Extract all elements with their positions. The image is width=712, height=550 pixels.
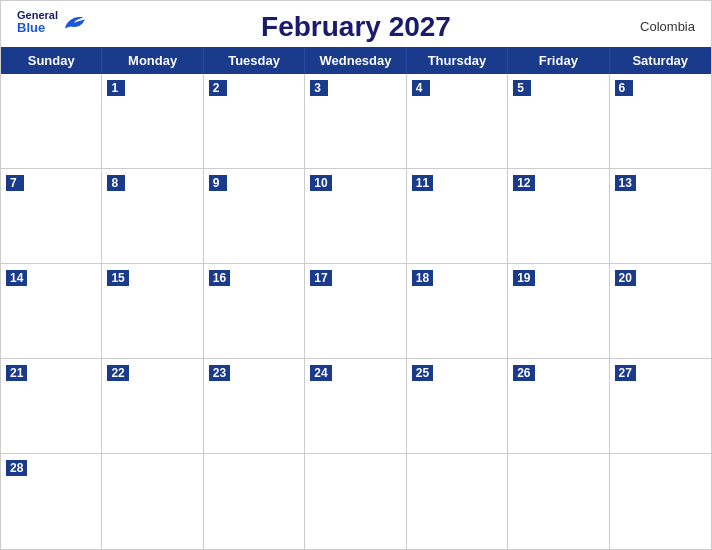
calendar-cell: 24 bbox=[305, 359, 406, 454]
calendar-cell: 16 bbox=[204, 264, 305, 359]
day-header-sunday: Sunday bbox=[1, 47, 102, 74]
calendar-cell bbox=[407, 454, 508, 549]
calendar-cell: 14 bbox=[1, 264, 102, 359]
calendar-cell: 3 bbox=[305, 74, 406, 169]
day-header-monday: Monday bbox=[102, 47, 203, 74]
calendar-cell bbox=[508, 454, 609, 549]
calendar-cell: 5 bbox=[508, 74, 609, 169]
day-header-saturday: Saturday bbox=[610, 47, 711, 74]
day-header-wednesday: Wednesday bbox=[305, 47, 406, 74]
calendar-cell: 27 bbox=[610, 359, 711, 454]
date-number: 8 bbox=[107, 175, 125, 191]
calendar-cell bbox=[1, 74, 102, 169]
calendar-cell: 8 bbox=[102, 169, 203, 264]
date-number: 25 bbox=[412, 365, 433, 381]
calendar-cell: 28 bbox=[1, 454, 102, 549]
calendar-cell: 19 bbox=[508, 264, 609, 359]
date-number: 10 bbox=[310, 175, 331, 191]
day-header-thursday: Thursday bbox=[407, 47, 508, 74]
date-number: 16 bbox=[209, 270, 230, 286]
date-number: 17 bbox=[310, 270, 331, 286]
calendar-cell: 9 bbox=[204, 169, 305, 264]
calendar: General Blue February 2027 Colombia Sund… bbox=[0, 0, 712, 550]
logo-blue: Blue bbox=[17, 21, 58, 35]
calendar-cell: 22 bbox=[102, 359, 203, 454]
calendar-cell: 18 bbox=[407, 264, 508, 359]
date-number: 20 bbox=[615, 270, 636, 286]
date-number: 7 bbox=[6, 175, 24, 191]
day-header-tuesday: Tuesday bbox=[204, 47, 305, 74]
date-number: 3 bbox=[310, 80, 328, 96]
calendar-cell: 11 bbox=[407, 169, 508, 264]
date-number: 12 bbox=[513, 175, 534, 191]
date-number: 22 bbox=[107, 365, 128, 381]
date-number: 2 bbox=[209, 80, 227, 96]
date-number: 9 bbox=[209, 175, 227, 191]
calendar-header: General Blue February 2027 Colombia bbox=[1, 1, 711, 47]
calendar-cell: 23 bbox=[204, 359, 305, 454]
calendar-cell: 7 bbox=[1, 169, 102, 264]
calendar-cell: 10 bbox=[305, 169, 406, 264]
month-title: February 2027 bbox=[261, 11, 451, 43]
calendar-cell: 1 bbox=[102, 74, 203, 169]
calendar-cell: 2 bbox=[204, 74, 305, 169]
day-header-friday: Friday bbox=[508, 47, 609, 74]
date-number: 26 bbox=[513, 365, 534, 381]
calendar-cell: 26 bbox=[508, 359, 609, 454]
date-number: 6 bbox=[615, 80, 633, 96]
days-header: SundayMondayTuesdayWednesdayThursdayFrid… bbox=[1, 47, 711, 74]
date-number: 28 bbox=[6, 460, 27, 476]
date-number: 14 bbox=[6, 270, 27, 286]
country-label: Colombia bbox=[640, 19, 695, 34]
date-number: 18 bbox=[412, 270, 433, 286]
calendar-cell bbox=[305, 454, 406, 549]
calendar-cell: 4 bbox=[407, 74, 508, 169]
calendar-grid: 1234567891011121314151617181920212223242… bbox=[1, 74, 711, 549]
calendar-cell: 21 bbox=[1, 359, 102, 454]
date-number: 21 bbox=[6, 365, 27, 381]
calendar-cell bbox=[102, 454, 203, 549]
date-number: 23 bbox=[209, 365, 230, 381]
calendar-cell: 25 bbox=[407, 359, 508, 454]
date-number: 19 bbox=[513, 270, 534, 286]
date-number: 5 bbox=[513, 80, 531, 96]
logo-bird-icon bbox=[60, 12, 88, 32]
date-number: 1 bbox=[107, 80, 125, 96]
date-number: 4 bbox=[412, 80, 430, 96]
calendar-cell: 6 bbox=[610, 74, 711, 169]
calendar-cell bbox=[610, 454, 711, 549]
calendar-cell: 20 bbox=[610, 264, 711, 359]
calendar-cell bbox=[204, 454, 305, 549]
calendar-cell: 12 bbox=[508, 169, 609, 264]
date-number: 11 bbox=[412, 175, 433, 191]
calendar-cell: 13 bbox=[610, 169, 711, 264]
date-number: 13 bbox=[615, 175, 636, 191]
logo: General Blue bbox=[17, 9, 88, 35]
date-number: 27 bbox=[615, 365, 636, 381]
calendar-cell: 15 bbox=[102, 264, 203, 359]
date-number: 15 bbox=[107, 270, 128, 286]
date-number: 24 bbox=[310, 365, 331, 381]
calendar-cell: 17 bbox=[305, 264, 406, 359]
